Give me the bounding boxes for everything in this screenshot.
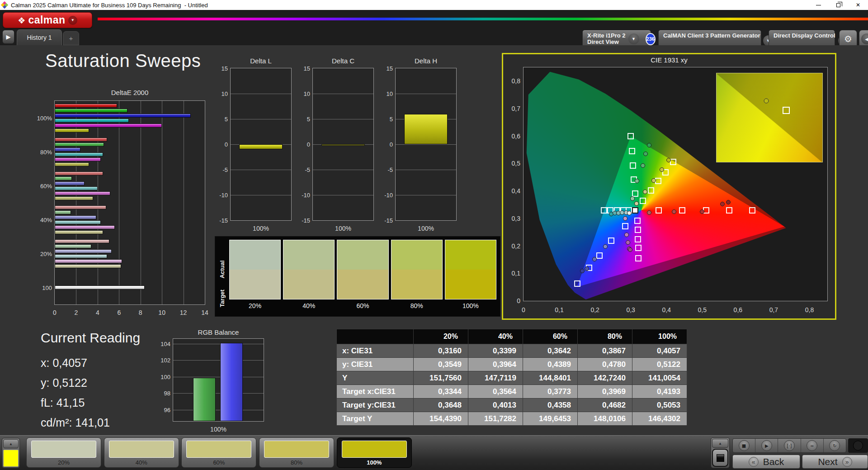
- media-cell: ↻: [824, 439, 846, 452]
- axis-tick-label: -10: [384, 192, 393, 199]
- pattern-button-40%[interactable]: 40%: [104, 437, 179, 468]
- gridline: [231, 195, 291, 195]
- axis-tick-label: 0,4: [662, 306, 671, 313]
- expand-reference-button[interactable]: ▲: [3, 439, 19, 448]
- bar: [55, 210, 71, 214]
- delta-l-plot: 151050-5-10-15100%: [230, 68, 292, 221]
- plus-icon: +: [69, 34, 73, 42]
- axis-tick-label: 100%: [31, 114, 52, 121]
- green-measurement-dot: [643, 152, 648, 156]
- pattern-button-80%[interactable]: 80%: [259, 437, 334, 468]
- axis-tick-label: 0,2: [512, 242, 520, 250]
- restore-button[interactable]: [828, 0, 848, 10]
- axis-tick-label: 10: [158, 309, 165, 316]
- bar: [55, 162, 89, 166]
- bar: [55, 196, 93, 200]
- axis-tick-label: 20%: [31, 250, 52, 257]
- table-cell: 0,4057: [632, 344, 687, 358]
- app-header: ❖ calman ▼ ▶ History 1 + X-Rite i1Pro 2 …: [0, 10, 868, 45]
- bar: [193, 378, 216, 421]
- chevron-down-icon: ▼: [628, 33, 639, 44]
- axis-tick-label: 0,6: [734, 306, 742, 313]
- green-target-marker: [632, 190, 638, 197]
- table-cell: 0,4358: [523, 399, 578, 412]
- pattern-swatch: [109, 441, 174, 458]
- measure-icon: [·]: [787, 443, 792, 448]
- next-button[interactable]: Next »: [802, 455, 868, 469]
- column-header: 100%: [632, 329, 687, 344]
- axis-tick-label: 96: [164, 406, 170, 413]
- gridline: [173, 410, 264, 410]
- table-cell: 0,3773: [523, 385, 578, 399]
- bar: [55, 186, 98, 190]
- table-cell: 147,7119: [468, 371, 523, 385]
- green-measurement-dot: [647, 143, 651, 147]
- magenta-target-marker: [635, 245, 642, 251]
- bar: [55, 147, 80, 152]
- tab-history-1[interactable]: History 1: [17, 29, 62, 45]
- current-reading: Current Reading x: 0,4057y: 0,5122fL: 41…: [41, 330, 140, 432]
- minimize-icon: [816, 5, 821, 5]
- green-measurement-dot: [641, 163, 645, 168]
- calman-menu-button[interactable]: ❖ calman ▼: [3, 12, 92, 28]
- yellow-target-marker: [648, 187, 654, 194]
- axis-tick-label: 0: [225, 141, 228, 148]
- axis-tick-label: 0,4: [512, 187, 520, 195]
- next-chevron-icon: »: [842, 457, 852, 467]
- gridline: [173, 360, 264, 361]
- table-cell: 154,4390: [414, 412, 468, 426]
- table-cell: 146,4302: [632, 412, 687, 426]
- table-cell: 0,3642: [523, 344, 578, 358]
- meter-count-badge[interactable]: 236: [646, 33, 656, 45]
- measurement-controls: ■▶[·]∞↻: [732, 438, 846, 453]
- blue-target-marker: [596, 252, 603, 259]
- loop-button[interactable]: ↻: [829, 440, 840, 451]
- current-reading-value: cd/m²: 141,01: [41, 413, 140, 432]
- table-row: Y151,7560147,7119144,8401142,7240141,005…: [337, 371, 687, 385]
- axis-category-label: 100%: [313, 225, 373, 232]
- pattern-generator-label: CalMAN Client 3 Pattern Generator: [663, 33, 760, 39]
- close-button[interactable]: ✕: [848, 0, 868, 10]
- pattern-window-button[interactable]: [712, 449, 728, 467]
- axis-tick-label: 10: [387, 90, 393, 97]
- swatch-column: 40%: [283, 240, 335, 315]
- cie-1931-panel[interactable]: CIE 1931 xy 00,10,20,30,40,50,60,70,800,…: [502, 53, 836, 320]
- axis-tick-label: 8: [139, 309, 142, 316]
- tab-scroll-button[interactable]: ▶: [2, 30, 14, 44]
- bar: [55, 138, 107, 142]
- minimize-button[interactable]: [808, 0, 828, 10]
- pattern-button-100%[interactable]: 100%: [337, 437, 412, 468]
- stop-button[interactable]: ■: [739, 440, 750, 451]
- axis-category-label: 100%: [231, 225, 291, 232]
- gridline: [231, 170, 291, 170]
- axis-tick-label: 80%: [31, 148, 52, 155]
- rgb-balance-chart: RGB Balance 1041021009896100%: [152, 328, 270, 435]
- axis-tick-label: 0,7: [512, 105, 520, 112]
- media-cell: ■: [733, 439, 755, 452]
- back-button[interactable]: « Back: [732, 455, 800, 469]
- axis-tick-label: 10: [304, 90, 310, 97]
- reference-color-swatch[interactable]: [3, 450, 19, 467]
- pattern-button-60%[interactable]: 60%: [181, 437, 256, 468]
- axis-tick-label: 10: [222, 90, 228, 97]
- add-tab-button[interactable]: +: [63, 31, 79, 45]
- play-button[interactable]: ▶: [761, 440, 772, 451]
- media-cell: ∞: [801, 439, 824, 452]
- actual-swatch: [283, 240, 334, 270]
- table-cell: 148,0106: [578, 412, 632, 426]
- axis-tick-label: -15: [219, 217, 228, 224]
- magenta-measurement-dot: [624, 233, 629, 237]
- bar: [55, 225, 115, 229]
- expand-pattern-options-button[interactable]: ▲: [712, 439, 728, 448]
- bar: [55, 104, 117, 108]
- calman-logo-text: calman: [28, 14, 65, 26]
- pattern-button-20%[interactable]: 20%: [26, 437, 101, 468]
- delta-c-plot: 151050-5-10-15100%: [312, 68, 374, 221]
- continuous-button[interactable]: ∞: [807, 440, 817, 451]
- gridline: [173, 377, 264, 377]
- pattern-label: 80%: [259, 459, 334, 466]
- axis-tick-label: 0: [53, 309, 57, 316]
- pattern-label: 100%: [337, 459, 411, 466]
- measure-button[interactable]: [·]: [784, 440, 795, 451]
- table-row: Target x:CIE310,33440,35640,37730,39690,…: [337, 385, 687, 399]
